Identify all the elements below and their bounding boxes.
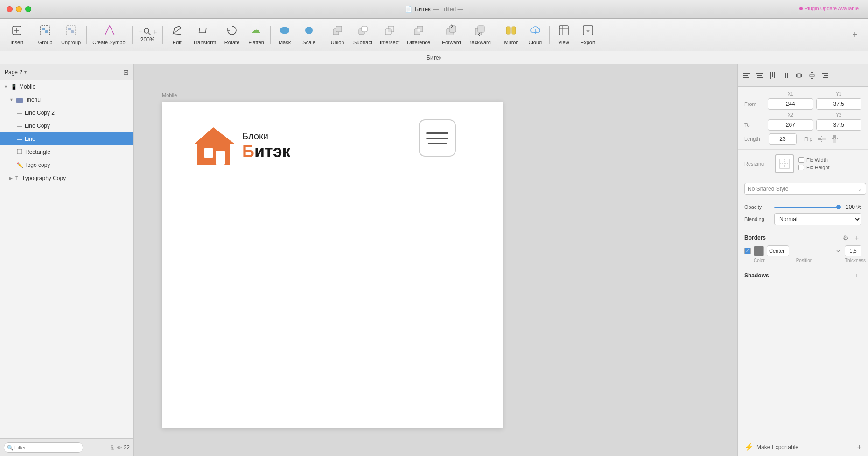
rotate-button[interactable]: Rotate xyxy=(220,21,244,48)
align-right-button[interactable] xyxy=(819,69,831,82)
color-col-label xyxy=(744,258,751,263)
flip-vertical-button[interactable] xyxy=(829,133,840,145)
mask-icon xyxy=(279,24,291,38)
filter-input[interactable] xyxy=(4,442,83,453)
layer-item-line[interactable]: — Line xyxy=(0,132,133,145)
layer-item-typography-copy[interactable]: ▶ T Typography Copy xyxy=(0,172,133,185)
layer-item-logo-copy[interactable]: ✏️ logo copy xyxy=(0,159,133,172)
x1-header: X1 xyxy=(768,91,813,97)
add-export-button[interactable]: + xyxy=(857,443,861,451)
view-button[interactable]: View xyxy=(552,21,576,48)
distribute-v-button[interactable] xyxy=(806,69,818,82)
border-thickness-input[interactable] xyxy=(845,245,861,256)
shadows-title: Shadows xyxy=(744,272,769,279)
fix-height-checkbox[interactable] xyxy=(798,165,804,170)
group-label: Group xyxy=(38,40,53,45)
borders-settings-button[interactable]: ⚙ xyxy=(841,233,850,242)
add-button[interactable]: + xyxy=(847,29,863,40)
edit-button[interactable]: Edit xyxy=(165,21,189,48)
canvas-area[interactable]: Mobile Блоки Битэк xyxy=(134,64,737,456)
forward-button[interactable]: Forward xyxy=(438,21,464,48)
svg-point-15 xyxy=(305,27,313,34)
opacity-slider[interactable] xyxy=(774,205,841,209)
group-button[interactable]: Group xyxy=(33,21,57,48)
right-panel: X1 Y1 From X2 Y2 To xyxy=(737,64,868,456)
layer-label-line-copy: Line Copy xyxy=(25,123,50,129)
flatten-button[interactable]: Flatten xyxy=(244,21,268,48)
from-x-input[interactable] xyxy=(768,98,813,110)
layer-item-menu[interactable]: ▼ menu xyxy=(0,93,133,106)
insert-button[interactable]: Insert xyxy=(5,21,29,48)
svg-rect-27 xyxy=(449,26,456,32)
border-enabled-checkbox[interactable]: ✓ xyxy=(744,248,751,254)
page-selector[interactable]: Page 2 ▾ xyxy=(5,69,27,76)
svg-rect-62 xyxy=(823,77,828,78)
to-y-input[interactable] xyxy=(816,119,862,131)
copy-icon[interactable]: ⎘ xyxy=(111,444,114,451)
distribute-h-button[interactable] xyxy=(793,69,805,82)
toolbar-separator-9 xyxy=(549,26,550,44)
align-top-button[interactable] xyxy=(767,69,779,82)
opacity-section: Opacity 100 % Blending Normal xyxy=(738,200,868,229)
ungroup-button[interactable]: Ungroup xyxy=(57,21,84,48)
transform-label: Transform xyxy=(193,40,216,45)
svg-marker-37 xyxy=(195,127,234,144)
intersect-button[interactable]: Intersect xyxy=(376,21,403,48)
mirror-button[interactable]: Mirror xyxy=(499,21,523,48)
union-button[interactable]: Union xyxy=(325,21,350,48)
backward-label: Backward xyxy=(469,40,491,45)
fix-width-checkbox[interactable] xyxy=(798,157,804,163)
make-exportable-button[interactable]: Make Exportable xyxy=(756,444,798,450)
length-input[interactable] xyxy=(769,133,797,145)
toolbar-separator-1 xyxy=(31,26,31,44)
layer-label-line-copy-2: Line Copy 2 xyxy=(25,110,55,116)
plugin-update-banner[interactable]: Plugin Update Available xyxy=(799,6,859,11)
layer-item-line-copy[interactable]: — Line Copy xyxy=(0,119,133,132)
create-symbol-button[interactable]: Create Symbol xyxy=(89,21,130,48)
scale-button[interactable]: Scale xyxy=(297,21,321,48)
scale-icon xyxy=(303,24,315,38)
export-button[interactable]: Export xyxy=(576,21,600,48)
mask-button[interactable]: Mask xyxy=(273,21,297,48)
borders-add-button[interactable]: + xyxy=(852,233,861,242)
forward-label: Forward xyxy=(442,40,461,45)
svg-rect-61 xyxy=(824,75,828,76)
to-x-input[interactable] xyxy=(768,119,813,131)
zoom-plus-button[interactable]: + xyxy=(153,28,157,35)
border-position-select[interactable]: Center Inside Outside xyxy=(767,245,789,256)
opacity-row: Opacity 100 % xyxy=(744,204,861,210)
type-icon: T xyxy=(15,176,18,181)
align-center-button[interactable] xyxy=(754,69,766,82)
align-left-button[interactable] xyxy=(741,69,753,82)
line-icon-2: — xyxy=(17,123,22,129)
maximize-button[interactable] xyxy=(25,6,31,12)
layer-count: ✏ 22 xyxy=(117,444,130,451)
close-button[interactable] xyxy=(7,6,13,12)
backward-button[interactable]: Backward xyxy=(465,21,495,48)
layer-label-line: Line xyxy=(25,136,35,142)
flip-horizontal-button[interactable] xyxy=(816,133,827,145)
titlebar: 📄 Битек — Edited — Plugin Update Availab… xyxy=(0,0,868,19)
main-layout: Page 2 ▾ ⊟ ▼ 📱 Mobile ▼ menu — Line Co xyxy=(0,64,868,456)
shadows-add-button[interactable]: + xyxy=(852,271,861,280)
align-middle-button[interactable] xyxy=(780,69,792,82)
layer-item-mobile[interactable]: ▼ 📱 Mobile xyxy=(0,80,133,93)
difference-button[interactable]: Difference xyxy=(403,21,434,48)
subtract-button[interactable]: Subtract xyxy=(350,21,376,48)
typography-chevron-icon: ▶ xyxy=(9,176,13,180)
minimize-button[interactable] xyxy=(16,6,22,12)
layer-item-line-copy-2[interactable]: — Line Copy 2 xyxy=(0,106,133,119)
y2-header: Y2 xyxy=(816,112,862,117)
shared-style-select[interactable]: No Shared Style xyxy=(744,183,866,195)
cloud-button[interactable]: Cloud xyxy=(523,21,547,48)
layer-item-rectangle[interactable]: Rectangle xyxy=(0,145,133,159)
from-y-input[interactable] xyxy=(816,98,862,110)
blending-select[interactable]: Normal xyxy=(774,213,861,225)
toolbar-separator-3 xyxy=(132,26,133,44)
zoom-minus-button[interactable]: − xyxy=(138,28,142,35)
opacity-label: Opacity xyxy=(744,204,770,210)
svg-rect-54 xyxy=(796,74,797,77)
transform-button[interactable]: Transform xyxy=(189,21,220,48)
border-color-swatch[interactable] xyxy=(754,246,764,256)
panel-collapse-icon[interactable]: ⊟ xyxy=(123,69,129,76)
